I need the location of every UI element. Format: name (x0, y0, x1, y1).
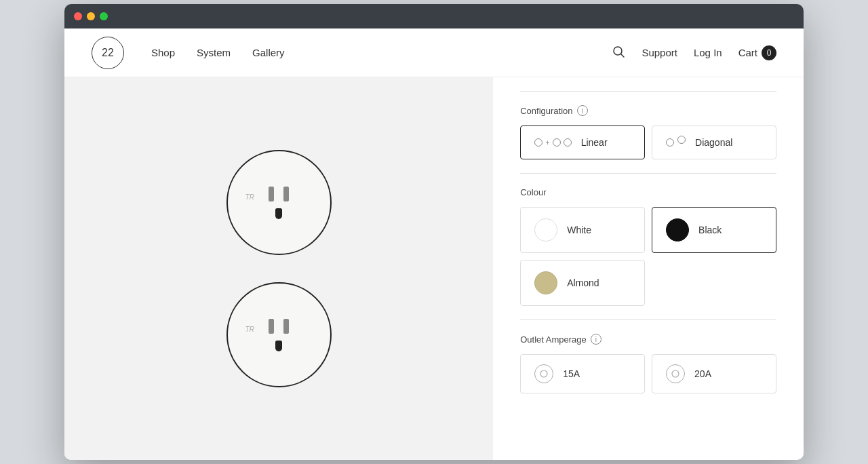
amperage-section-label: Outlet Amperage i (520, 334, 776, 345)
white-label: White (567, 225, 591, 235)
amp-20a-label: 20A (694, 368, 711, 379)
navigation: 22 Shop System Gallery Support Log In (64, 28, 804, 77)
amperage-info-icon[interactable]: i (591, 334, 601, 345)
config-info-icon[interactable]: i (577, 105, 588, 116)
amp-15a-icon (534, 364, 553, 383)
outlet-image-1: TR (226, 150, 332, 255)
diagonal-icon (666, 138, 686, 147)
browser-chrome (64, 4, 804, 28)
outlet-tr-label-1: TR (245, 193, 254, 201)
search-icon[interactable] (612, 45, 625, 61)
amperage-options: 15A 20A (520, 354, 776, 393)
slot-ground-2 (275, 341, 282, 351)
colour-section-label: Colour (520, 187, 776, 197)
config-option-diagonal[interactable]: Diagonal (652, 125, 776, 159)
almond-swatch (534, 271, 557, 294)
white-swatch (534, 218, 557, 241)
close-button[interactable] (74, 12, 82, 20)
amperage-option-15a[interactable]: 15A (520, 354, 645, 393)
page: 22 Shop System Gallery Support Log In (64, 28, 804, 460)
linear-icon: + (534, 138, 571, 147)
nav-support[interactable]: Support (642, 47, 677, 58)
config-option-linear[interactable]: + Linear (520, 125, 645, 159)
config-divider (520, 91, 776, 92)
colour-option-almond[interactable]: Almond (520, 260, 645, 306)
cart-count-badge: 0 (762, 45, 776, 60)
amperage-option-20a[interactable]: 20A (652, 354, 776, 393)
amperage-divider (520, 320, 776, 320)
browser-window: 22 Shop System Gallery Support Log In (64, 4, 804, 460)
svg-point-2 (540, 370, 547, 377)
nav-system[interactable]: System (197, 47, 231, 58)
nav-right: Support Log In Cart 0 (612, 45, 776, 61)
black-swatch (666, 218, 689, 241)
cart-button[interactable]: Cart 0 (738, 45, 776, 60)
slot-left-2 (269, 319, 274, 334)
nav-links: Shop System Gallery (151, 47, 285, 58)
outlet-slots-2 (269, 319, 289, 334)
outlet-image-2: TR (226, 282, 332, 387)
amp-15a-label: 15A (563, 368, 580, 379)
slot-right-2 (283, 319, 289, 334)
colour-option-white[interactable]: White (520, 207, 645, 253)
black-label: Black (698, 225, 722, 235)
svg-line-1 (621, 54, 625, 57)
nav-shop[interactable]: Shop (151, 47, 175, 58)
diagonal-label: Diagonal (695, 137, 732, 148)
maximize-button[interactable] (100, 12, 108, 20)
slot-ground-1 (275, 208, 282, 219)
colour-divider (520, 173, 776, 174)
almond-label: Almond (567, 277, 599, 288)
logo[interactable]: 22 (92, 37, 124, 69)
config-section-label: Configuration i (520, 105, 776, 116)
configuration-options: + Linear Diagonal (520, 125, 776, 159)
slot-left-1 (269, 187, 274, 201)
svg-point-3 (672, 370, 679, 377)
nav-gallery[interactable]: Gallery (252, 47, 285, 58)
outlet-slots-1 (269, 187, 289, 201)
linear-label: Linear (581, 137, 608, 148)
slot-right-1 (283, 187, 289, 201)
main-content: TR TR (64, 77, 804, 460)
nav-login[interactable]: Log In (694, 47, 722, 58)
product-image-panel: TR TR (64, 77, 493, 460)
colour-option-black[interactable]: Black (652, 207, 776, 253)
amp-20a-icon (666, 364, 685, 383)
minimize-button[interactable] (87, 12, 95, 20)
colour-options: White Black Almond (520, 207, 776, 306)
outlet-tr-label-2: TR (245, 326, 254, 333)
product-options-panel: Configuration i + Linear (493, 77, 804, 460)
